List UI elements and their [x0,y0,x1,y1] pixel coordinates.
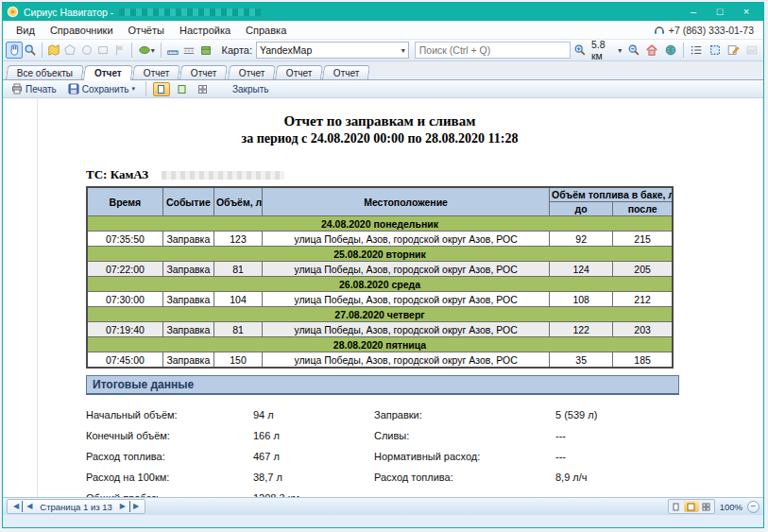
report-period: за период с 24.08.2020 00:00 по 28.08.20… [86,131,674,146]
summary-item: Заправки:5 (539 л) [374,404,674,425]
zoom-in-button[interactable] [571,42,589,59]
tab-label: Отчет [333,68,359,78]
summary-left-column: Начальный объём:94 л Конечный объём:166 … [86,404,374,497]
search-input[interactable] [415,42,572,59]
zoom-level: 100% [720,502,742,512]
col-header-event: Событие [162,187,213,216]
main-toolbar: ▾ Карта: YandexMap ▾ 5.8 км▾ [3,40,763,61]
tab-report-4[interactable]: Отчет [228,65,276,79]
tab-report-5[interactable]: Отчет [275,65,323,79]
col-header-time: Время [87,187,162,216]
fit-page-icon [687,503,695,511]
single-page-icon [672,503,680,511]
magnifier-icon [24,43,37,57]
menu-item-view[interactable]: Вид [9,23,43,38]
day-header-row: 26.08.2020 среда [87,277,673,292]
menu-item-help[interactable]: Справка [238,23,294,38]
report-title: Отчет по заправкам и сливам [86,113,674,129]
next-page-button[interactable]: ▶ [118,501,128,512]
list-button[interactable] [688,42,706,59]
zoom-tool-button[interactable] [23,42,40,59]
redacted-company-name [119,9,261,16]
tab-report-active[interactable]: Отчет [83,65,133,80]
circle-tool-button [78,42,95,59]
day-header-row: 27.08.2020 четверг [87,307,673,322]
layers-icon [138,43,151,57]
close-button[interactable]: × [733,4,759,20]
status-view-single-button[interactable] [669,501,684,512]
map-select-value: YandexMap [260,44,312,56]
col-header-volume: Объём, л [213,187,262,216]
image-icon [745,43,759,57]
close-report-button[interactable]: Закрыть [229,83,273,95]
tab-label: Все объекты [17,68,73,78]
tab-report-3[interactable]: Отчет [179,65,228,79]
window-bottom-edge [3,515,763,527]
menu-item-reports[interactable]: Отчёты [121,23,172,38]
zoom-out-button[interactable] [624,42,642,59]
view-single-page-button[interactable] [153,82,170,96]
summary-item: Нормативный расход:--- [374,446,674,467]
status-view-fit-button[interactable] [684,501,699,512]
chevron-down-icon: ▾ [618,46,622,55]
first-page-button[interactable]: ◀ [11,501,23,512]
rectangle-icon [96,43,110,57]
home-icon [645,43,658,57]
window-title: Сириус Навигатор - [24,7,113,18]
route-button[interactable] [180,42,197,59]
selection-rect-icon [708,43,722,57]
maximize-button[interactable]: □ [707,4,733,20]
tab-all-objects[interactable]: Все объекты [6,65,84,79]
menu-item-settings[interactable]: Настройка [172,23,238,38]
col-header-fuel-in-tank: Объём топлива в баке, л [550,187,673,202]
col-header-location: Местоположение [263,187,550,216]
last-page-button[interactable]: ▶ [129,501,141,512]
tab-label: Отчет [144,68,169,78]
tab-label: Отчет [239,68,265,78]
table-row: 07:30:00Заправка104улица Победы, Азов, г… [87,292,673,307]
map-select[interactable]: YandexMap ▾ [256,42,409,59]
zoom-decrease-button[interactable]: − [747,501,759,513]
save-button[interactable]: Сохранить ▾ [64,82,139,95]
view-multi-page-button[interactable] [195,82,212,96]
scale-dropdown[interactable]: 5.8 км▾ [589,39,623,61]
print-button[interactable]: Печать [8,82,60,95]
summary-item: Расход топлива:8,9 л/ч [374,467,674,488]
table-row: 07:22:00Заправка81улица Победы, Азов, го… [87,262,673,277]
rectangle-tool-button [95,42,112,59]
app-window: Сириус Навигатор - – □ × Вид Справочники… [2,2,764,528]
summary-section: Начальный объём:94 л Конечный объём:166 … [86,404,674,497]
edit-map-button[interactable] [45,42,62,59]
summary-item: Расход топлива:467 л [86,446,374,467]
prev-page-button[interactable]: ◀ [25,501,34,512]
status-bar: ◀ ◀ Страница 1 из 13 ▶ ▶ 100% − [3,497,763,515]
table-row: 07:19:40Заправка81улица Победы, Азов, го… [87,322,673,337]
redacted-plate [162,171,284,180]
scale-value: 5.8 км [591,39,616,61]
objects-button[interactable] [197,42,214,59]
pan-tool-button[interactable] [6,42,23,59]
day-header-row: 28.08.2020 пятница [87,337,673,352]
map-label: Карта: [222,44,253,56]
menu-item-directories[interactable]: Справочники [43,23,121,38]
print-label: Печать [26,84,57,94]
col-header-before: до [550,202,613,216]
tab-report-2[interactable]: Отчет [132,65,180,79]
home-button[interactable] [643,42,661,59]
globe-button[interactable] [661,42,679,59]
status-view-multi-button[interactable] [699,501,714,512]
fit-page-icon [177,84,187,94]
app-icon [7,6,19,18]
ruler-button[interactable] [164,42,181,59]
window-controls: – □ × [680,4,759,20]
minimize-button[interactable]: – [680,4,707,20]
select-area-button[interactable] [706,42,724,59]
menu-bar: Вид Справочники Отчёты Настройка Справка… [3,21,763,40]
polygon-icon [63,43,77,57]
tab-report-6[interactable]: Отчет [322,65,370,79]
summary-item: Конечный объём:166 л [86,425,374,446]
view-fit-width-button[interactable] [174,82,191,96]
edit-notes-button[interactable] [725,42,742,59]
multi-page-icon [702,503,710,511]
layers-dropdown-button[interactable]: ▾ [135,42,158,59]
